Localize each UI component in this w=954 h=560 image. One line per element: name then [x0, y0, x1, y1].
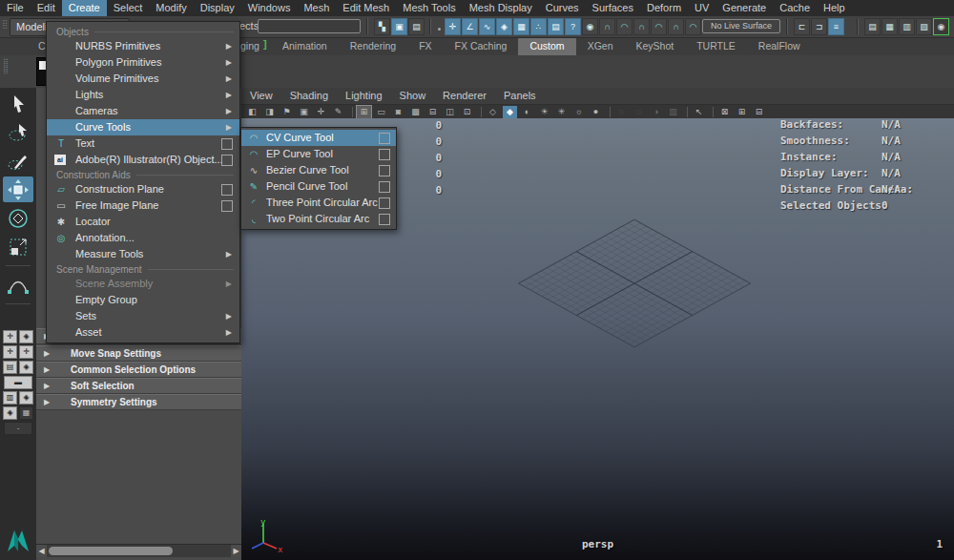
- layout-wide-button[interactable]: ▬: [4, 376, 32, 389]
- isolate-select-icon[interactable]: ↖: [692, 106, 706, 118]
- grid-icon[interactable]: ⊞: [357, 106, 371, 118]
- lasso-select-tool[interactable]: [3, 119, 33, 145]
- option-box[interactable]: [379, 149, 390, 160]
- image-plane-icon[interactable]: ▣: [297, 106, 311, 118]
- snap-to-curve-icon[interactable]: ◠: [616, 18, 633, 35]
- toolbar-separator[interactable]: [352, 107, 353, 117]
- mask-joints-icon[interactable]: ∠: [462, 18, 478, 35]
- menu-mesh[interactable]: Mesh: [297, 0, 336, 16]
- snap-to-view-plane-icon[interactable]: ∩: [668, 18, 684, 35]
- snap-to-point-icon[interactable]: ∩: [633, 18, 650, 35]
- resolution-gate-icon[interactable]: ◙: [391, 106, 405, 118]
- menu-mesh-display[interactable]: Mesh Display: [463, 0, 539, 16]
- menu-item-measure-tools[interactable]: Measure Tools▶: [47, 246, 239, 262]
- cv-curve-last-tool[interactable]: [3, 272, 33, 298]
- option-box[interactable]: [379, 214, 390, 225]
- mask-surfaces-icon[interactable]: ◈: [496, 18, 512, 35]
- mask-expander-dot[interactable]: [438, 28, 441, 31]
- menu-mesh-tools[interactable]: Mesh Tools: [396, 0, 462, 16]
- submenu-item-ep-curve-tool[interactable]: ◠EP Curve Tool: [241, 146, 396, 162]
- menu-generate[interactable]: Generate: [716, 0, 773, 16]
- panel-menu-item[interactable]: Lighting: [337, 88, 391, 104]
- xray-joints-icon[interactable]: ⊞: [735, 106, 749, 118]
- menu-item-empty-group[interactable]: Empty Group: [47, 292, 239, 308]
- menu-select[interactable]: Select: [107, 0, 150, 16]
- menu-surfaces[interactable]: Surfaces: [586, 0, 640, 16]
- select-tool[interactable]: [3, 91, 33, 116]
- shelf-tab[interactable]: XGen: [576, 37, 625, 55]
- menu-display[interactable]: Display: [194, 0, 241, 16]
- quick-select-input[interactable]: [258, 19, 361, 33]
- motion-blur-icon[interactable]: ●: [589, 106, 603, 118]
- scale-tool[interactable]: [3, 234, 33, 259]
- screen-space-ao-icon[interactable]: ☼: [571, 106, 586, 118]
- snap-to-projected-center-icon[interactable]: ◠: [651, 18, 667, 35]
- textured-display-icon[interactable]: ◐: [520, 106, 534, 118]
- layout-hypergraph-button[interactable]: ◈: [3, 406, 17, 420]
- submenu-item-pencil-curve-tool[interactable]: ✎Pencil Curve Tool: [241, 178, 396, 195]
- shelf-tab-partial[interactable]: ging: [240, 40, 259, 52]
- shelf-tab[interactable]: KeyShot: [624, 37, 685, 55]
- mask-misc-icon[interactable]: ?: [565, 18, 581, 35]
- render-settings-icon[interactable]: ▨: [916, 18, 932, 35]
- menu-item-annotation[interactable]: ◎Annotation...: [47, 230, 239, 246]
- shelf-grip[interactable]: ⣿⣿: [3, 59, 14, 84]
- shaded-display-icon[interactable]: ◆: [503, 106, 517, 118]
- menu-item-cameras[interactable]: Cameras▶: [47, 103, 239, 119]
- live-surface-field[interactable]: No Live Surface: [702, 19, 780, 33]
- menu-item-nurbs-primitives[interactable]: NURBS Primitives▶: [47, 38, 239, 54]
- shelf-tab[interactable]: RealFlow: [747, 37, 812, 55]
- menu-deform[interactable]: Deform: [640, 0, 688, 16]
- plate-icon[interactable]: ⊟: [752, 106, 766, 118]
- option-box[interactable]: [221, 155, 233, 166]
- option-box[interactable]: [221, 200, 233, 212]
- submenu-item-three-point-circular-arc[interactable]: ◜Three Point Circular Arc: [241, 195, 396, 211]
- use-all-lights-icon[interactable]: ☀: [537, 106, 551, 118]
- layout-split-button[interactable]: ▤: [3, 361, 17, 374]
- ipr-render-icon[interactable]: ▥: [899, 18, 915, 35]
- option-box[interactable]: [379, 181, 390, 193]
- section-soft-selection[interactable]: ▶ Soft Selection: [36, 378, 241, 394]
- menu-edit-mesh[interactable]: Edit Mesh: [336, 0, 396, 16]
- menu-item-text[interactable]: TText: [47, 135, 239, 152]
- wireframe-display-icon[interactable]: ◇: [486, 106, 500, 118]
- exposure-icon[interactable]: ◌: [614, 106, 629, 118]
- construction-history-icon[interactable]: ≡: [828, 18, 844, 35]
- gamma-icon[interactable]: ◌: [632, 106, 646, 118]
- mask-handles-icon[interactable]: ✛: [445, 18, 461, 35]
- menu-item-lights[interactable]: Lights▶: [47, 87, 239, 103]
- film-gate-icon[interactable]: ▭: [374, 106, 388, 118]
- menu-item-construction-plane[interactable]: ▱Construction Plane: [47, 181, 239, 197]
- toolbar-separator[interactable]: [610, 107, 611, 117]
- render-view-icon[interactable]: ▤: [864, 18, 881, 35]
- menu-item-asset[interactable]: Asset▶: [47, 324, 239, 341]
- layout-persp-graph-button[interactable]: ◈: [19, 361, 33, 374]
- menu-item-curve-tools[interactable]: Curve Tools▶: [47, 119, 239, 135]
- bookmark-icon[interactable]: ⚑: [280, 106, 294, 118]
- shelf-tab[interactable]: Animation: [271, 37, 339, 55]
- paint-selection-tool[interactable]: [3, 148, 33, 174]
- menu-modify[interactable]: Modify: [149, 0, 193, 16]
- layout-custom-button[interactable]: ▦: [19, 406, 33, 420]
- view-transform-icon[interactable]: ◑: [649, 106, 663, 118]
- toolbar-separator[interactable]: [713, 107, 714, 117]
- panel-menu-item[interactable]: View: [241, 88, 281, 104]
- gate-mask-icon[interactable]: ▩: [408, 106, 423, 118]
- section-symmetry-settings[interactable]: ▶ Symmetry Settings: [36, 394, 241, 410]
- layout-persp-outliner-button[interactable]: ✛: [19, 345, 33, 359]
- submenu-item-bezier-curve-tool[interactable]: ∿Bezier Curve Tool: [241, 162, 396, 178]
- mask-rendering-icon[interactable]: ▤: [548, 18, 564, 35]
- panel-menu-item[interactable]: Shading: [281, 88, 337, 104]
- safe-title-icon[interactable]: ⊡: [460, 106, 474, 118]
- section-move-snap-settings[interactable]: ▶ Move Snap Settings: [36, 345, 241, 362]
- scrollbar-thumb[interactable]: [49, 547, 173, 555]
- shadows-icon[interactable]: ✳: [554, 106, 569, 118]
- shelf-tab-partial-left[interactable]: C: [38, 40, 46, 52]
- legacy-viewport-icon[interactable]: ▥: [666, 106, 680, 118]
- scroll-left-icon[interactable]: ◀: [36, 545, 47, 557]
- panel-menu-item[interactable]: Panels: [495, 88, 545, 104]
- hierarchy-selection-mode-icon[interactable]: ▚: [374, 18, 390, 35]
- snap-to-grid-icon[interactable]: ∩: [599, 18, 615, 35]
- rotate-tool[interactable]: [3, 205, 33, 231]
- 2d-pan-zoom-icon[interactable]: ✛: [314, 106, 328, 118]
